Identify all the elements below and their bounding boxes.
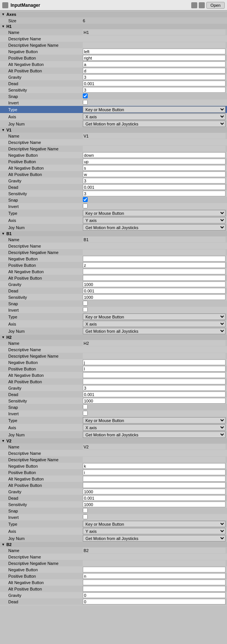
b1-sensitivity-input[interactable]	[83, 294, 225, 300]
h2-type-select[interactable]: Key or Mouse Button	[83, 417, 225, 424]
v1-name-input[interactable]	[83, 133, 225, 139]
b2-dead-input[interactable]	[83, 599, 225, 604]
h1-alt-neg-btn-input[interactable]	[83, 61, 225, 67]
h1-desc-name-input[interactable]	[83, 36, 225, 41]
v2-desc-name-input[interactable]	[83, 450, 225, 456]
h1-joy-num-select[interactable]: Get Motion from all Joysticks	[83, 121, 225, 127]
v1-joy-num-select[interactable]: Get Motion from all Joysticks	[83, 224, 225, 231]
h1-alt-pos-btn-input[interactable]	[83, 68, 225, 73]
h1-sensitivity-input[interactable]	[83, 87, 225, 93]
h1-header[interactable]: ▼ H1	[0, 24, 227, 29]
v1-gravity-input[interactable]	[83, 178, 225, 184]
h2-alt-pos-btn-input[interactable]	[83, 379, 225, 384]
h1-snap-label: Snap	[3, 94, 83, 99]
b1-invert-checkbox[interactable]	[83, 307, 88, 312]
h1-name-input[interactable]	[83, 29, 225, 35]
v2-joy-num-select[interactable]: Get Motion from all Joysticks	[83, 535, 225, 542]
h1-invert-checkbox[interactable]	[83, 100, 88, 105]
b2-name-input[interactable]	[83, 548, 225, 553]
v1-dead-input[interactable]	[83, 184, 225, 190]
b1-gravity-input[interactable]	[83, 281, 225, 287]
v1-desc-neg-name-input[interactable]	[83, 146, 225, 151]
b2-pos-btn-input[interactable]	[83, 573, 225, 579]
h1-snap-checkbox[interactable]	[83, 93, 88, 98]
title-bar: InputManager Open	[0, 0, 227, 11]
axes-section-header[interactable]: ▼ Axes	[0, 11, 227, 17]
v2-dead-input[interactable]	[83, 495, 225, 501]
b2-desc-neg-name-input[interactable]	[83, 560, 225, 566]
b1-dead-input[interactable]	[83, 288, 225, 294]
v1-axis-select[interactable]: Y axis	[83, 217, 225, 223]
b1-desc-neg-name-input[interactable]	[83, 249, 225, 255]
b1-joy-num-select[interactable]: Get Motion from all Joysticks	[83, 328, 225, 334]
b1-invert-label: Invert	[3, 308, 83, 312]
h2-header[interactable]: ▼ H2	[0, 335, 227, 340]
v2-alt-pos-btn-input[interactable]	[83, 482, 225, 488]
h1-sensitivity-value	[83, 87, 225, 93]
b2-desc-name-value	[83, 554, 225, 560]
h2-invert-checkbox[interactable]	[83, 411, 88, 416]
b2-neg-btn-input[interactable]	[83, 567, 225, 572]
v1-alt-pos-btn-input[interactable]	[83, 171, 225, 177]
b2-desc-name-input[interactable]	[83, 554, 225, 560]
h2-desc-name-input[interactable]	[83, 347, 225, 352]
v1-alt-neg-btn-input[interactable]	[83, 165, 225, 171]
b1-alt-pos-btn-input[interactable]	[83, 275, 225, 281]
h1-gravity-input[interactable]	[83, 74, 225, 80]
v1-sensitivity-input[interactable]	[83, 191, 225, 196]
v1-neg-btn-input[interactable]	[83, 152, 225, 158]
b1-snap-checkbox[interactable]	[83, 301, 88, 306]
h2-desc-neg-name-input[interactable]	[83, 353, 225, 359]
h2-dead-input[interactable]	[83, 392, 225, 397]
b2-alt-pos-btn-input[interactable]	[83, 586, 225, 592]
h2-name-input[interactable]	[83, 340, 225, 346]
h2-axis-select[interactable]: X axis	[83, 424, 225, 431]
b1-name-value	[83, 237, 225, 242]
b1-type-select[interactable]: Key or Mouse Button	[83, 314, 225, 320]
settings-icon[interactable]	[199, 2, 205, 8]
v1-type-select[interactable]: Key or Mouse Button	[83, 210, 225, 216]
v1-invert-checkbox[interactable]	[83, 203, 88, 208]
h2-sensitivity-input[interactable]	[83, 398, 225, 404]
h1-dead-input[interactable]	[83, 81, 225, 86]
h1-desc-neg-name-input[interactable]	[83, 42, 225, 48]
v2-gravity-input[interactable]	[83, 489, 225, 494]
b2-gravity-input[interactable]	[83, 592, 225, 598]
v2-alt-neg-btn-input[interactable]	[83, 476, 225, 482]
v2-desc-neg-name-input[interactable]	[83, 457, 225, 462]
b2-alt-neg-btn-input[interactable]	[83, 580, 225, 585]
v2-header[interactable]: ▼ V2	[0, 438, 227, 444]
v2-type-select[interactable]: Key or Mouse Button	[83, 521, 225, 527]
h2-neg-btn-input[interactable]	[83, 359, 225, 365]
h1-neg-btn-input[interactable]	[83, 49, 225, 54]
h2-gravity-input[interactable]	[83, 385, 225, 391]
v2-neg-btn-input[interactable]	[83, 463, 225, 469]
h1-axis-select[interactable]: X axis	[83, 113, 225, 120]
v2-name-input[interactable]	[83, 444, 225, 450]
open-button[interactable]: Open	[206, 2, 225, 9]
v2-invert-checkbox[interactable]	[83, 514, 88, 519]
b2-header[interactable]: ▼ B2	[0, 542, 227, 547]
b1-header[interactable]: ▼ B1	[0, 231, 227, 236]
b1-neg-btn-input[interactable]	[83, 256, 225, 262]
v1-desc-name-input[interactable]	[83, 139, 225, 145]
v1-header[interactable]: ▼ V1	[0, 127, 227, 133]
b1-axis-select[interactable]: X axis	[83, 321, 225, 327]
v2-snap-checkbox[interactable]	[83, 508, 88, 513]
v1-snap-checkbox[interactable]	[83, 197, 88, 202]
h1-type-select[interactable]: Key or Mouse Button	[83, 106, 225, 113]
h2-alt-neg-btn-input[interactable]	[83, 372, 225, 378]
v2-axis-select[interactable]: Y axis	[83, 528, 225, 534]
v2-pos-btn-input[interactable]	[83, 470, 225, 475]
h2-snap-checkbox[interactable]	[83, 404, 88, 409]
b1-name-input[interactable]	[83, 237, 225, 242]
h1-pos-btn-input[interactable]	[83, 55, 225, 61]
b1-desc-name-input[interactable]	[83, 243, 225, 249]
b1-alt-neg-btn-input[interactable]	[83, 269, 225, 274]
save-icon[interactable]	[191, 2, 197, 8]
v2-sensitivity-input[interactable]	[83, 502, 225, 507]
b1-pos-btn-input[interactable]	[83, 262, 225, 268]
h2-pos-btn-input[interactable]	[83, 366, 225, 372]
h2-joy-num-select[interactable]: Get Motion from all Joysticks	[83, 431, 225, 438]
v1-pos-btn-input[interactable]	[83, 159, 225, 164]
